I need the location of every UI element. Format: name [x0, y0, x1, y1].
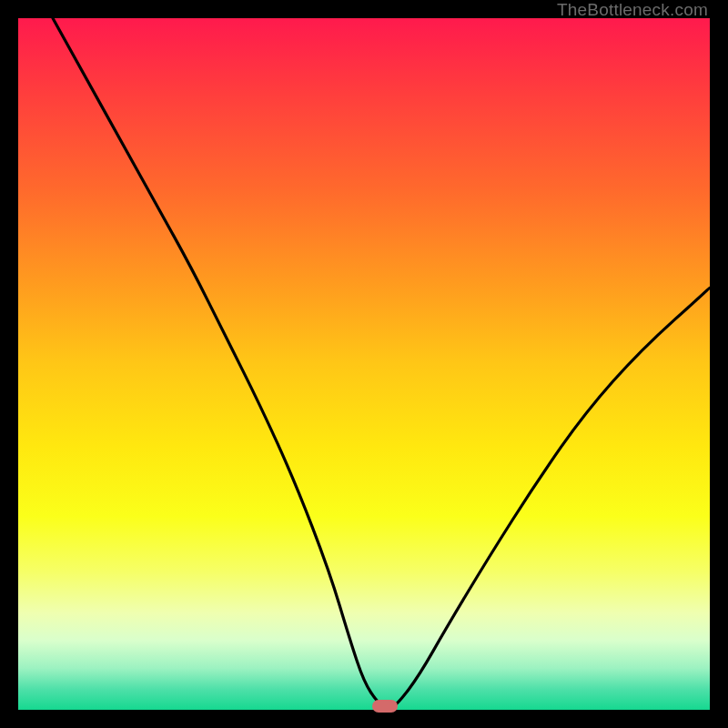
optimal-point-marker — [372, 700, 398, 713]
chart-frame: TheBottleneck.com — [0, 0, 728, 728]
bottleneck-curve — [18, 18, 710, 710]
watermark-text: TheBottleneck.com — [557, 0, 708, 20]
